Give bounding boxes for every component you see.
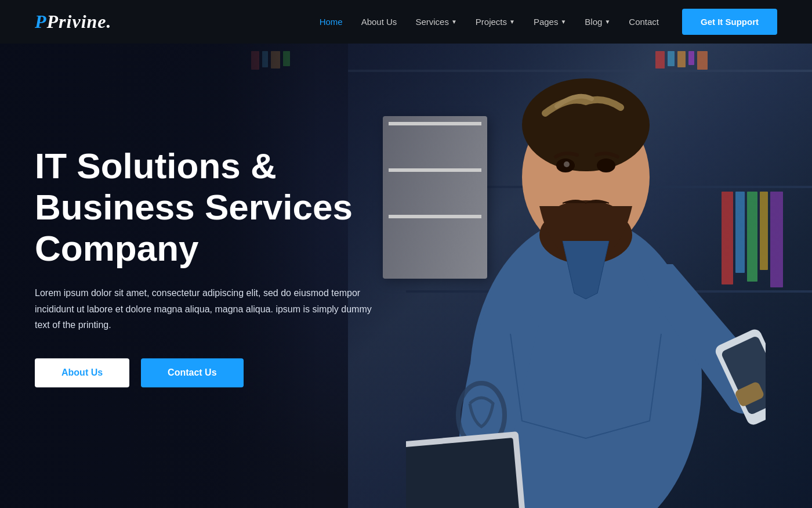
pages-chevron-icon: ▼: [560, 19, 566, 25]
nav-item-home[interactable]: Home: [320, 17, 343, 27]
nav-link-pages[interactable]: Pages ▼: [534, 17, 566, 27]
about-us-button[interactable]: About Us: [35, 358, 129, 387]
svg-point-3: [522, 78, 650, 171]
nav-link-projects[interactable]: Projects ▼: [476, 17, 515, 27]
get-support-button[interactable]: Get It Support: [682, 9, 777, 35]
hero-buttons: About Us Contact Us: [35, 358, 429, 387]
blog-chevron-icon: ▼: [604, 19, 610, 25]
nav-link-about[interactable]: About Us: [361, 17, 397, 27]
contact-us-button[interactable]: Contact Us: [141, 358, 243, 387]
logo[interactable]: PPrivine.: [35, 11, 112, 33]
projects-chevron-icon: ▼: [509, 19, 515, 25]
logo-icon: P: [35, 11, 47, 32]
nav-item-about[interactable]: About Us: [361, 17, 397, 27]
services-chevron-icon: ▼: [451, 19, 457, 25]
hero-description: Lorem ipsum dolor sit amet, consectetur …: [35, 286, 383, 333]
svg-point-7: [597, 158, 615, 172]
nav-link-services[interactable]: Services ▼: [415, 17, 456, 27]
nav-link-contact[interactable]: Contact: [629, 17, 659, 27]
nav-item-contact[interactable]: Contact: [629, 17, 659, 27]
hero-section: PPrivine. Home About Us Services ▼ Proje…: [0, 0, 812, 508]
nav-item-services[interactable]: Services ▼: [415, 17, 456, 27]
navbar: PPrivine. Home About Us Services ▼ Proje…: [0, 0, 812, 44]
nav-item-pages[interactable]: Pages ▼: [534, 17, 566, 27]
nav-item-projects[interactable]: Projects ▼: [476, 17, 515, 27]
nav-link-blog[interactable]: Blog ▼: [585, 17, 610, 27]
nav-menu: Home About Us Services ▼ Projects ▼ Page…: [320, 17, 659, 27]
nav-link-home[interactable]: Home: [320, 17, 343, 27]
hero-person: [406, 44, 766, 508]
svg-rect-13: [406, 438, 520, 508]
svg-point-8: [564, 161, 570, 167]
hero-content: IT Solutions & Business Services Company…: [35, 145, 429, 387]
nav-item-blog[interactable]: Blog ▼: [585, 17, 610, 27]
logo-text: Privine.: [47, 11, 112, 32]
hero-title: IT Solutions & Business Services Company: [35, 145, 429, 269]
